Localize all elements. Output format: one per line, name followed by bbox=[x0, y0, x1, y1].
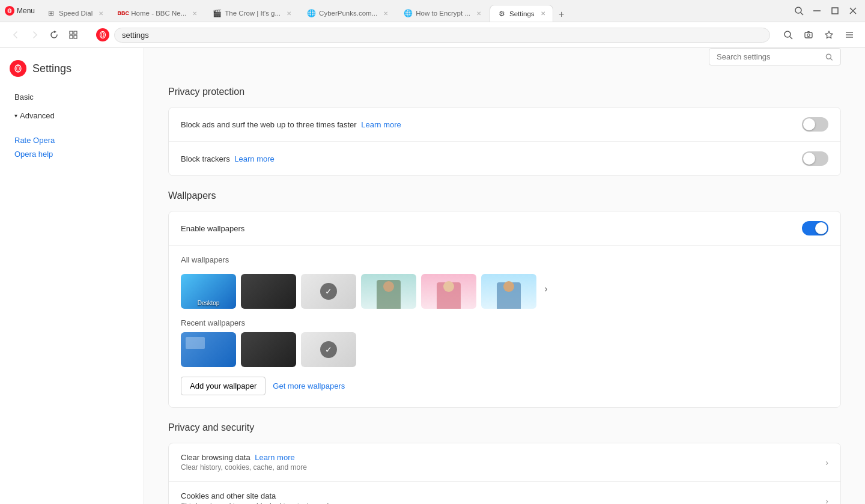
tab-bbc[interactable]: BBC Home - BBC Ne... ✕ bbox=[112, 5, 204, 22]
bbc-icon: BBC bbox=[119, 9, 127, 17]
favorites-icon[interactable] bbox=[821, 26, 837, 43]
clear-browsing-content: Clear browsing data Learn more Clear his… bbox=[181, 453, 825, 472]
block-trackers-toggle[interactable] bbox=[802, 151, 828, 166]
svg-rect-5 bbox=[832, 8, 838, 14]
enable-wallpapers-label: Enable wallpapers bbox=[181, 224, 244, 233]
wallpaper-item-1[interactable]: Desktop bbox=[181, 274, 236, 309]
block-trackers-link[interactable]: Learn more bbox=[234, 154, 274, 163]
tab-cyberpunks-close[interactable]: ✕ bbox=[383, 10, 388, 17]
svg-point-2 bbox=[795, 7, 801, 13]
clear-browsing-title: Clear browsing data Learn more bbox=[181, 453, 825, 462]
wallpapers-card: Enable wallpapers All wallpapers D bbox=[168, 211, 841, 408]
camera-icon[interactable] bbox=[800, 26, 817, 43]
sidebar-links: Rate Opera Opera help bbox=[10, 133, 134, 161]
enable-wallpapers-toggle[interactable] bbox=[802, 221, 828, 235]
recent-wallpaper-2[interactable] bbox=[241, 332, 296, 367]
crow-icon: 🎬 bbox=[213, 9, 221, 17]
all-wallpapers-row: Desktop ✓ bbox=[181, 269, 828, 309]
clear-browsing-arrow-icon: › bbox=[825, 458, 828, 467]
back-button[interactable] bbox=[7, 26, 24, 43]
block-ads-link[interactable]: Learn more bbox=[361, 120, 401, 129]
search-toolbar-icon[interactable] bbox=[792, 4, 806, 18]
privacy-security-section: Privacy and security Clear browsing data… bbox=[168, 422, 841, 504]
recent-wallpaper-3[interactable]: ✓ bbox=[301, 332, 356, 367]
tab-bbc-label: Home - BBC Ne... bbox=[131, 10, 186, 17]
wallpaper-item-5[interactable] bbox=[421, 274, 476, 309]
tab-speed-dial-close[interactable]: ✕ bbox=[99, 10, 103, 17]
wallpaper-item-3[interactable]: ✓ bbox=[301, 274, 356, 309]
tab-encrypt-close[interactable]: ✕ bbox=[476, 10, 481, 17]
sidebar-toggle-icon[interactable] bbox=[841, 26, 858, 43]
tab-crow[interactable]: 🎬 The Crow | It's g... ✕ bbox=[205, 5, 299, 22]
enable-wallpapers-row: Enable wallpapers bbox=[169, 211, 840, 246]
privacy-protection-title: Privacy protection bbox=[168, 87, 841, 97]
maximize-button[interactable] bbox=[828, 4, 842, 18]
svg-point-13 bbox=[102, 32, 104, 37]
sidebar-opera-help[interactable]: Opera help bbox=[10, 147, 134, 161]
recent-wallpaper-1[interactable] bbox=[181, 332, 236, 367]
clear-browsing-desc: Clear history, cookies, cache, and more bbox=[181, 463, 825, 472]
svg-rect-10 bbox=[70, 35, 73, 38]
wallpapers-title: Wallpapers bbox=[168, 190, 841, 201]
minimize-button[interactable] bbox=[810, 4, 824, 18]
tabs-grid-button[interactable] bbox=[65, 26, 82, 43]
close-window-button[interactable] bbox=[846, 4, 860, 18]
add-wallpaper-button[interactable]: Add your wallpaper bbox=[181, 377, 266, 395]
search-input[interactable] bbox=[717, 52, 821, 61]
block-ads-label: Block ads and surf the web up to three t… bbox=[181, 120, 357, 129]
block-ads-toggle[interactable] bbox=[802, 117, 828, 132]
recent-wallpapers-grid: ✓ bbox=[181, 332, 828, 367]
svg-point-14 bbox=[785, 31, 791, 37]
clear-browsing-row[interactable]: Clear browsing data Learn more Clear his… bbox=[169, 443, 840, 482]
wallpaper-item-2[interactable] bbox=[241, 274, 296, 309]
tab-bar: Menu ⊞ Speed Dial ✕ BBC Home - BBC Ne...… bbox=[0, 0, 865, 22]
cookies-desc: Third-party cookies are blocked in priva… bbox=[181, 502, 825, 504]
block-trackers-row: Block trackers Learn more bbox=[169, 142, 840, 175]
sidebar-basic[interactable]: Basic bbox=[10, 89, 134, 105]
wallpaper-item-6[interactable] bbox=[481, 274, 536, 309]
sidebar-rate-opera[interactable]: Rate Opera bbox=[10, 133, 134, 147]
cookies-row[interactable]: Cookies and other site data Third-party … bbox=[169, 482, 840, 504]
tab-encrypt[interactable]: 🌐 How to Encrypt ... ✕ bbox=[396, 5, 488, 22]
menu-tab[interactable]: Menu bbox=[0, 4, 40, 18]
privacy-security-title: Privacy and security bbox=[168, 422, 841, 433]
add-tab-button[interactable]: + bbox=[554, 7, 569, 22]
tab-speed-dial[interactable]: ⊞ Speed Dial ✕ bbox=[40, 5, 111, 22]
svg-rect-9 bbox=[74, 31, 77, 34]
tab-settings-close[interactable]: ✕ bbox=[541, 10, 545, 17]
search-icon bbox=[825, 53, 833, 61]
reload-button[interactable] bbox=[46, 26, 62, 43]
search-bar[interactable] bbox=[709, 48, 841, 65]
tab-bbc-close[interactable]: ✕ bbox=[192, 10, 197, 17]
tab-cyberpunks[interactable]: 🌐 CyberPunks.com... ✕ bbox=[300, 5, 395, 22]
search-settings-container bbox=[709, 48, 841, 65]
svg-point-22 bbox=[17, 66, 19, 71]
cyberpunks-icon: 🌐 bbox=[307, 9, 315, 17]
forward-button[interactable] bbox=[26, 26, 43, 43]
privacy-security-card: Clear browsing data Learn more Clear his… bbox=[168, 443, 841, 504]
menu-label: Menu bbox=[17, 7, 35, 15]
block-trackers-label: Block trackers bbox=[181, 154, 230, 163]
cookies-arrow-icon: › bbox=[825, 496, 828, 505]
main-content: Privacy protection Block ads and surf th… bbox=[144, 48, 865, 504]
settings-tab-icon: ⚙ bbox=[497, 10, 506, 18]
wallpapers-next-button[interactable]: › bbox=[539, 272, 553, 306]
tab-settings-label: Settings bbox=[509, 10, 535, 17]
wallpaper-actions: Add your wallpaper Get more wallpapers bbox=[181, 377, 828, 395]
clear-browsing-link[interactable]: Learn more bbox=[255, 453, 294, 462]
tab-crow-close[interactable]: ✕ bbox=[287, 10, 291, 17]
toolbar-right-icons bbox=[780, 26, 858, 43]
block-ads-row: Block ads and surf the web up to three t… bbox=[169, 108, 840, 142]
tab-settings[interactable]: ⚙ Settings ✕ bbox=[490, 5, 553, 22]
wallpaper-item-4[interactable] bbox=[361, 274, 416, 309]
toolbar-search-icon[interactable] bbox=[780, 26, 797, 43]
nav-buttons bbox=[7, 26, 82, 43]
privacy-protection-card: Block ads and surf the web up to three t… bbox=[168, 107, 841, 176]
all-wallpapers-grid: Desktop ✓ bbox=[181, 274, 536, 309]
page-layout: Settings Basic ▾ Advanced Rate Opera Ope… bbox=[0, 48, 865, 504]
opera-icon bbox=[5, 6, 14, 16]
sidebar-advanced[interactable]: ▾ Advanced bbox=[10, 108, 134, 124]
get-more-wallpapers-link[interactable]: Get more wallpapers bbox=[273, 381, 345, 390]
opera-toolbar-logo bbox=[96, 28, 109, 41]
address-bar[interactable]: settings bbox=[114, 28, 770, 43]
